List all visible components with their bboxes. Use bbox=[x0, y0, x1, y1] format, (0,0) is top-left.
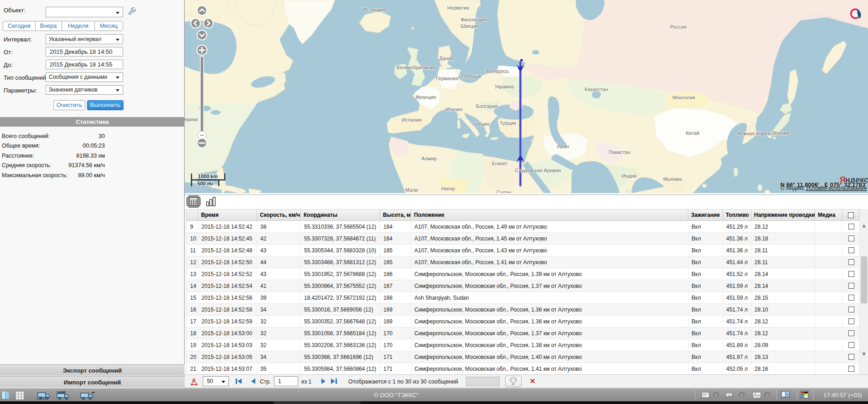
svg-text:Судан: Судан bbox=[496, 189, 511, 193]
svg-text:Южная Корея: Южная Корея bbox=[738, 131, 770, 136]
svg-text:Финляндия: Финляндия bbox=[460, 17, 487, 22]
svg-text:ерики: ерики bbox=[185, 117, 198, 122]
svg-text:Мали: Мали bbox=[405, 187, 418, 193]
svg-text:Египет: Египет bbox=[492, 161, 507, 166]
svg-text:Болгария: Болгария bbox=[476, 103, 498, 109]
svg-text:Китай: Китай bbox=[686, 130, 699, 136]
svg-text:Швеция: Швеция bbox=[460, 23, 479, 29]
svg-text:Индия: Индия bbox=[622, 173, 637, 179]
svg-text:Иран: Иран bbox=[557, 143, 569, 149]
svg-text:500 mi: 500 mi bbox=[197, 181, 213, 186]
svg-text:1000 km: 1000 km bbox=[198, 174, 218, 179]
svg-text:Беларусь: Беларусь bbox=[487, 68, 509, 74]
svg-text:Греция: Греция bbox=[473, 121, 489, 127]
svg-text:© Яндекс Условия использования: © Яндекс Условия использования bbox=[780, 185, 867, 191]
svg-text:Россия: Россия bbox=[670, 24, 687, 30]
svg-text:A: A bbox=[192, 378, 196, 384]
svg-text:Нигер: Нигер bbox=[441, 186, 455, 191]
svg-text:Алжир: Алжир bbox=[421, 156, 436, 161]
svg-text:Украина: Украина bbox=[495, 84, 514, 89]
svg-text:Италия: Италия bbox=[445, 107, 463, 112]
svg-text:Франция: Франция bbox=[415, 94, 436, 100]
svg-text:0: 0 bbox=[740, 393, 743, 398]
svg-text:Испания: Испания bbox=[402, 117, 422, 123]
svg-text:Пакистан: Пакистан bbox=[609, 149, 630, 155]
svg-text:Дания: Дания bbox=[439, 56, 454, 61]
svg-text:Норвегия: Норвегия bbox=[447, 5, 469, 10]
svg-text:Мьянма: Мьянма bbox=[663, 176, 682, 182]
svg-text:Польша: Польша bbox=[462, 73, 481, 79]
svg-text:Исландия: Исландия bbox=[363, 7, 386, 12]
svg-text:0: 0 bbox=[715, 393, 718, 398]
svg-text:Монголия: Монголия bbox=[672, 95, 695, 100]
svg-text:Турция: Турция bbox=[500, 120, 516, 126]
svg-text:Япония: Япония bbox=[772, 130, 789, 136]
svg-text:0: 0 bbox=[766, 393, 769, 398]
svg-text:Великобритания: Великобритания bbox=[397, 65, 435, 70]
svg-text:Казахстан: Казахстан bbox=[584, 87, 608, 92]
svg-text:Саудовская Аравия: Саудовская Аравия bbox=[515, 168, 561, 173]
svg-text:Германия: Германия bbox=[436, 76, 458, 81]
